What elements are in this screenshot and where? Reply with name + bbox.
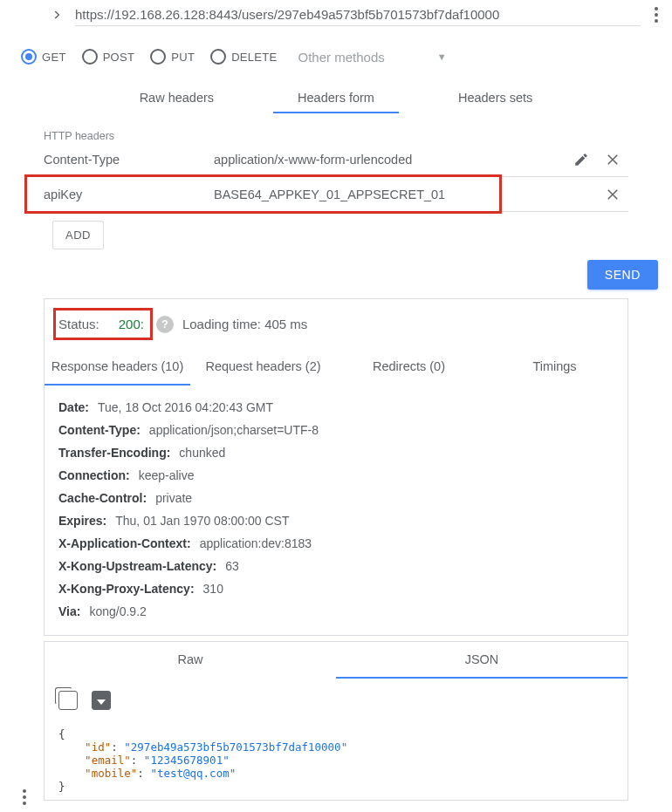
radio-icon <box>210 49 226 65</box>
response-header-line: Transfer-Encoding:chunked <box>58 441 614 464</box>
header-row: apiKey BASE64_APPKEY_01_APPSECRET_01 <box>44 177 628 212</box>
tab-body-raw[interactable]: Raw <box>45 642 336 679</box>
tab-response-headers[interactable]: Response headers (10) <box>45 349 190 386</box>
tab-body-json[interactable]: JSON <box>336 642 627 679</box>
send-button[interactable]: SEND <box>587 260 658 290</box>
url-input[interactable] <box>75 3 641 26</box>
response-panel: Status: 200: ? Loading time: 405 ms Resp… <box>44 298 628 636</box>
body-panel: Raw JSON { "id": "297eb49a573bf5b701573b… <box>44 641 628 801</box>
response-header-line: X-Kong-Upstream-Latency:63 <box>58 555 614 577</box>
edit-icon[interactable] <box>566 152 597 167</box>
method-radio-post[interactable]: POST <box>82 49 135 65</box>
loading-time: Loading time: 405 ms <box>182 317 307 331</box>
page-more-button[interactable] <box>9 789 40 801</box>
header-value[interactable]: application/x-www-form-urlencoded <box>214 153 566 167</box>
help-icon[interactable]: ? <box>156 316 174 333</box>
status-code: 200: <box>119 317 144 331</box>
other-methods-dropdown[interactable]: Other methods ▼ <box>298 50 447 65</box>
response-header-line: Connection:keep-alive <box>58 464 614 487</box>
response-header-line: Date:Tue, 18 Oct 2016 04:20:43 GMT <box>58 396 614 419</box>
header-name[interactable]: Content-Type <box>44 153 214 167</box>
response-header-line: Via:kong/0.9.2 <box>58 600 614 623</box>
method-radio-get[interactable]: GET <box>21 49 66 65</box>
method-radio-delete[interactable]: DELETE <box>210 49 277 65</box>
close-icon[interactable] <box>597 152 628 167</box>
response-header-line: Content-Type:application/json;charset=UT… <box>58 419 614 441</box>
more-menu-button[interactable] <box>641 7 672 23</box>
response-header-line: Expires:Thu, 01 Jan 1970 08:00:00 CST <box>58 509 614 532</box>
tab-timings[interactable]: Timings <box>482 349 627 386</box>
header-name[interactable]: apiKey <box>44 188 214 201</box>
json-response-body: { "id": "297eb49a573bf5b701573bf7daf1000… <box>45 713 627 800</box>
download-icon[interactable] <box>92 691 111 710</box>
status-label: Status: <box>58 317 99 331</box>
response-header-line: Cache-Control:private <box>58 487 614 509</box>
radio-icon <box>150 49 166 65</box>
radio-icon <box>21 49 37 65</box>
status-block: Status: 200: <box>58 315 147 333</box>
method-radio-put[interactable]: PUT <box>150 49 195 65</box>
radio-icon <box>82 49 98 65</box>
header-row: Content-Type application/x-www-form-urle… <box>44 142 628 177</box>
tab-request-headers[interactable]: Request headers (2) <box>190 349 336 386</box>
chevron-right-icon[interactable] <box>51 9 63 21</box>
response-header-line: X-Application-Context:application:dev:81… <box>58 532 614 555</box>
response-header-line: X-Kong-Proxy-Latency:310 <box>58 577 614 600</box>
copy-icon[interactable] <box>58 691 78 710</box>
tab-headers-form[interactable]: Headers form <box>273 84 399 113</box>
header-value[interactable]: BASE64_APPKEY_01_APPSECRET_01 <box>214 188 566 201</box>
tab-redirects[interactable]: Redirects (0) <box>336 349 482 386</box>
tab-headers-sets[interactable]: Headers sets <box>434 84 557 113</box>
add-header-button[interactable]: ADD <box>52 221 104 249</box>
caret-down-icon: ▼ <box>437 51 447 62</box>
response-headers-list: Date:Tue, 18 Oct 2016 04:20:43 GMTConten… <box>45 386 627 635</box>
close-icon[interactable] <box>597 187 628 202</box>
http-headers-label: HTTP headers <box>44 130 628 142</box>
tab-raw-headers[interactable]: Raw headers <box>115 84 238 113</box>
